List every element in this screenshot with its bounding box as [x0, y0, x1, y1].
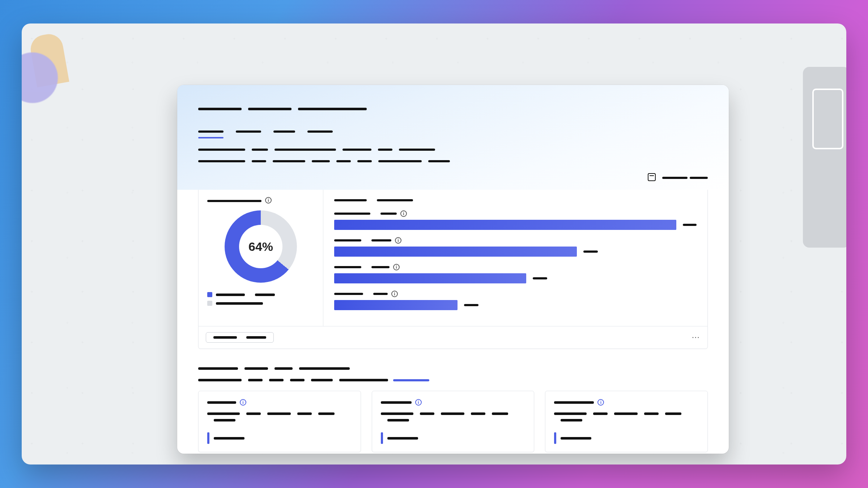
bar-fill [334, 273, 526, 283]
bars-card-title [334, 197, 697, 204]
legend-item-0 [207, 292, 314, 297]
stat-card-value [554, 432, 699, 444]
tab-0[interactable] [198, 128, 224, 138]
bar-value [583, 251, 598, 253]
bar-value [683, 224, 697, 226]
bar-row-3 [334, 291, 697, 310]
stat-card-title [554, 399, 699, 406]
legend-swatch [207, 292, 212, 297]
bar-row-1 [334, 237, 697, 257]
stat-card-subtitle [207, 410, 352, 423]
bars-card [323, 187, 707, 326]
more-menu-icon[interactable]: ··· [692, 334, 700, 341]
app-window: 64% [177, 85, 729, 454]
tab-bar [198, 128, 708, 138]
bar-fill [334, 300, 458, 310]
stat-accent-bar [554, 432, 556, 444]
stat-card-subtitle [554, 410, 699, 423]
section-title [198, 146, 708, 164]
stat-card-2[interactable] [545, 391, 708, 452]
stat-card-subtitle [381, 410, 526, 423]
inline-link[interactable] [393, 379, 429, 381]
decor-card-stack [803, 67, 846, 248]
breadcrumb[interactable] [198, 105, 708, 112]
stat-card-value [207, 432, 352, 444]
info-icon[interactable] [240, 399, 246, 406]
legend-item-1 [207, 301, 314, 306]
info-icon[interactable] [395, 237, 401, 244]
info-icon[interactable] [391, 291, 398, 297]
info-icon[interactable] [265, 197, 272, 204]
bar-fill [334, 247, 577, 257]
stat-accent-bar [207, 432, 209, 444]
stat-card-title [381, 399, 526, 406]
donut-center-label: 64% [248, 240, 273, 254]
panel-action-button[interactable] [206, 332, 274, 343]
tab-2[interactable] [273, 128, 295, 138]
stat-cards-row [198, 391, 708, 452]
bar-row-2 [334, 264, 697, 283]
info-icon[interactable] [415, 399, 422, 406]
info-icon[interactable] [400, 210, 407, 217]
desktop-surface: 64% [22, 23, 846, 465]
info-icon[interactable] [393, 264, 400, 270]
tab-1[interactable] [236, 128, 261, 138]
date-range-picker[interactable] [648, 173, 708, 181]
donut-legend [207, 292, 314, 306]
donut-chart: 64% [225, 210, 297, 283]
stat-card-0[interactable] [198, 391, 361, 452]
donut-card-title [207, 197, 314, 204]
stat-card-title [207, 399, 352, 406]
stat-accent-bar [381, 432, 383, 444]
calendar-icon [648, 173, 656, 181]
bar-value [533, 277, 547, 279]
donut-card: 64% [199, 187, 323, 326]
stat-card-1[interactable] [372, 391, 535, 452]
bar-row-0 [334, 210, 697, 230]
metrics-panel: 64% [198, 187, 708, 349]
bar-value [464, 304, 478, 306]
info-icon[interactable] [597, 399, 604, 406]
stat-card-value [381, 432, 526, 444]
legend-swatch [207, 301, 212, 306]
app-header [177, 85, 729, 190]
section-two-header [198, 365, 708, 383]
panel-footer: ··· [199, 326, 707, 348]
bar-fill [334, 220, 676, 230]
tab-3[interactable] [307, 128, 333, 138]
main-content: 64% [177, 187, 729, 454]
